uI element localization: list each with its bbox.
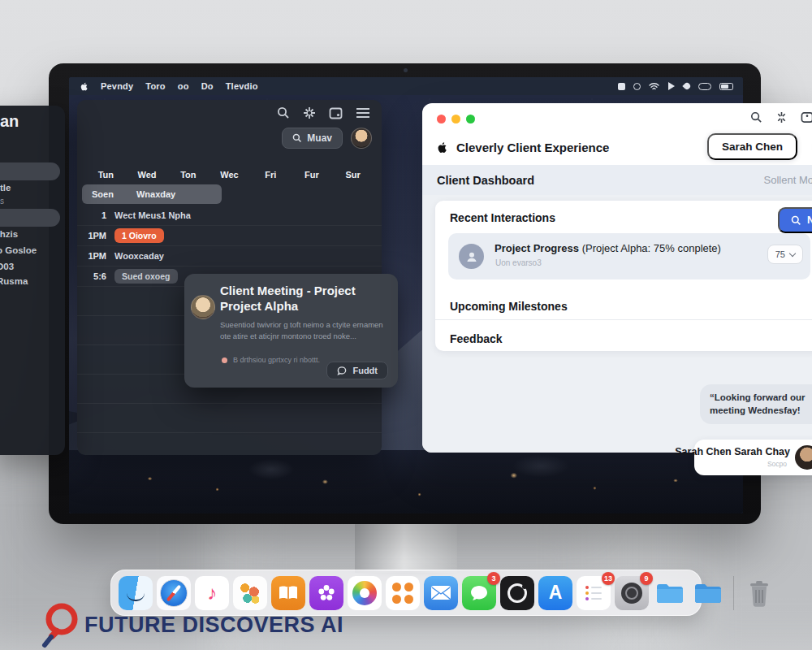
- trash-icon[interactable]: [742, 576, 776, 610]
- menu-item[interactable]: oo: [178, 81, 189, 91]
- event-time: 1: [77, 210, 106, 220]
- event-badge-orange: 1 Oiovro: [114, 228, 164, 243]
- app-store-icon[interactable]: A: [538, 576, 572, 610]
- calendar-event[interactable]: 1PM 1 Oiovro: [77, 226, 382, 246]
- window-header: Cleverly Client Experience Sarah Chen: [422, 131, 812, 163]
- progress-dropdown[interactable]: 75: [767, 245, 803, 264]
- day-header-row: Tun Wed Ton Wec Fri Fur Sur: [85, 170, 374, 180]
- sidebar-item[interactable]: D03: [0, 262, 14, 271]
- calendar-event[interactable]: 1PM Wooxcaday: [77, 246, 382, 266]
- status-square-icon[interactable]: [618, 83, 625, 90]
- close-button[interactable]: [437, 115, 446, 124]
- dashboard-status-text: Sollent Mo: [764, 174, 812, 186]
- dock-separator: [733, 576, 734, 610]
- calendar-search-label: Muav: [307, 132, 332, 144]
- wifi-icon[interactable]: [649, 82, 659, 90]
- contact-name: Sarah Chen Sarah Chay: [675, 446, 790, 457]
- traffic-lights: [437, 115, 475, 124]
- reminders-icon[interactable]: 13: [577, 576, 611, 610]
- status-drop-icon[interactable]: [682, 81, 691, 90]
- day-header: Wed: [127, 170, 168, 180]
- client-experience-window: Cleverly Client Experience Sarah Chen Cl…: [422, 103, 812, 453]
- popup-action-button[interactable]: Fuddt: [326, 362, 388, 379]
- dropdown-value: 75: [775, 249, 785, 259]
- sidebar-item[interactable]: tle: [0, 183, 11, 193]
- dashboard-title: Client Dashboard: [437, 174, 534, 187]
- folder-icon[interactable]: [691, 576, 725, 610]
- minimize-button[interactable]: [451, 115, 460, 124]
- recent-interactions-heading: Recent Interactions: [450, 211, 555, 224]
- calendar-event[interactable]: 1 Wect Meus1 Npha: [77, 206, 382, 226]
- popup-action-label: Fuddt: [352, 366, 378, 375]
- sparkle-icon[interactable]: [303, 106, 316, 119]
- chat-quote-bubble: “Looking forward our meeting Wednesfay!: [700, 384, 812, 424]
- menu-bar: Pevndy Toro oo Do Tlevdio: [69, 77, 743, 95]
- sparkle-icon[interactable]: [775, 111, 788, 124]
- photos-icon[interactable]: [348, 576, 382, 610]
- battery-small-icon[interactable]: [698, 83, 711, 90]
- battery-icon[interactable]: [719, 83, 733, 90]
- dashboard-card: Recent Interactions Neow Project Progres…: [435, 201, 812, 351]
- menu-item[interactable]: Tlevdio: [226, 81, 258, 91]
- camera-app-icon[interactable]: [500, 576, 534, 610]
- menu-item[interactable]: Toro: [145, 81, 165, 91]
- new-search-button[interactable]: Neow: [778, 207, 812, 233]
- window-body: Recent Interactions Neow Project Progres…: [422, 195, 812, 453]
- milestones-heading: Upcoming Milestones: [450, 300, 568, 313]
- event-label: Wect Meus1 Npha: [114, 210, 191, 220]
- search-icon[interactable]: [750, 111, 762, 124]
- interaction-row[interactable]: Project Progress (Project Alpha: 75% con…: [448, 233, 810, 280]
- day-header: Ton: [167, 170, 209, 180]
- webcam-dot: [404, 68, 408, 72]
- archive-box-icon[interactable]: [801, 111, 812, 124]
- sidebar-item-pill[interactable]: d: [0, 162, 60, 180]
- messages-icon[interactable]: 3: [462, 576, 496, 610]
- popup-description: Sueentiod twivrior g toft neimo a ctyite…: [220, 319, 387, 343]
- new-button-label: Neow: [807, 214, 812, 226]
- selected-day-row[interactable]: Soen Wnaxday: [82, 184, 222, 204]
- sidebar-item[interactable]: o Gosloe: [0, 245, 37, 255]
- dashboard-header: Client Dashboard Sollent Mo: [422, 165, 812, 195]
- sidebar-item[interactable]: Rusma: [0, 276, 28, 286]
- interaction-title: Project Progress: [495, 242, 579, 254]
- menu-item[interactable]: Pevndy: [101, 81, 133, 91]
- zoom-button[interactable]: [466, 115, 475, 124]
- sidebar-item[interactable]: s: [0, 197, 4, 206]
- apple-logo: [435, 141, 449, 154]
- grid-app-icon[interactable]: [386, 576, 420, 610]
- user-name-button[interactable]: Sarah Chen: [707, 133, 797, 160]
- sidebar-item[interactable]: thzis: [0, 229, 18, 239]
- notification-badge: 13: [602, 572, 615, 585]
- village-lights: [69, 450, 743, 514]
- event-time: 1PM: [77, 251, 106, 261]
- menu-item[interactable]: Do: [201, 81, 214, 91]
- app-title: Cleverly Client Experience: [456, 141, 609, 154]
- section-divider: [435, 319, 812, 320]
- magnifier-logo-icon: [37, 601, 83, 648]
- calendar-icon[interactable]: [329, 106, 343, 119]
- status-icons-tray: [618, 82, 733, 90]
- notification-badge: 9: [640, 572, 653, 585]
- popup-bullet-note: B drthsiou gprtxcy ri nbottt.: [233, 356, 320, 364]
- folder-icon[interactable]: [653, 576, 687, 610]
- mail-icon[interactable]: [424, 576, 458, 610]
- logo-text: FUTURE DISCOVERS AI: [84, 613, 343, 638]
- status-circle-icon[interactable]: [633, 83, 641, 90]
- settings-knot-icon[interactable]: 9: [615, 576, 649, 610]
- left-sidebar-panel: an d tle s a thzis o Gosloe D03 Rusma: [0, 106, 65, 455]
- search-icon[interactable]: [277, 106, 290, 119]
- interaction-subtitle: Uon evarso3: [495, 258, 542, 267]
- volume-icon[interactable]: [668, 82, 675, 90]
- contact-card[interactable]: Sarah Chen Sarah Chay Socpo: [694, 440, 812, 475]
- calendar-search-button[interactable]: Muav: [282, 128, 343, 149]
- event-detail-popup: Client Meeting - Project Project Alpha S…: [184, 274, 398, 388]
- user-avatar[interactable]: [351, 128, 372, 149]
- interaction-detail: (Project Alpha: 75% conplete): [579, 242, 721, 254]
- event-badge-gray: Sued oxoeg: [114, 269, 178, 284]
- sidebar-title: an: [0, 112, 19, 131]
- contact-subtitle: Socpo: [767, 460, 787, 468]
- apple-menu-icon[interactable]: [79, 81, 89, 92]
- selected-day-left: Soen: [92, 189, 114, 199]
- list-view-icon[interactable]: [356, 107, 370, 119]
- sidebar-item-pill[interactable]: a: [0, 209, 60, 227]
